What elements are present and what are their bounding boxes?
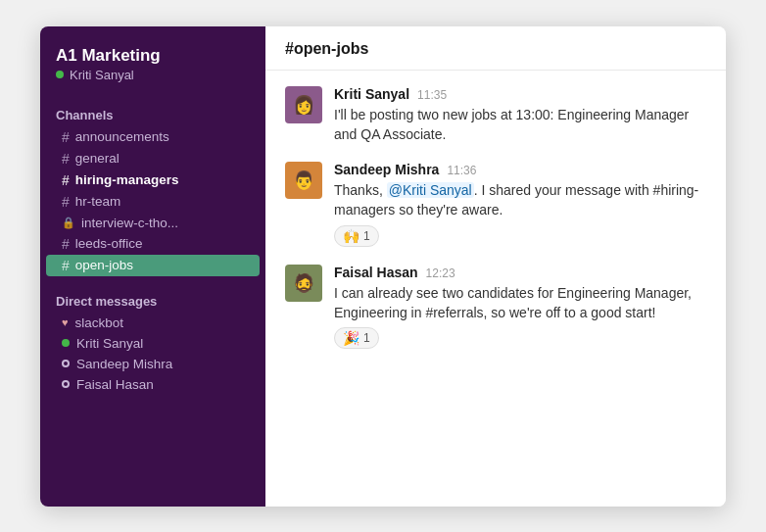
msg-text-msg1: I'll be posting two new jobs at 13:00: E… bbox=[334, 105, 706, 145]
heart-icon: ♥ bbox=[62, 316, 69, 328]
reaction-emoji: 🙌 bbox=[343, 228, 359, 244]
status-dot-green bbox=[56, 71, 64, 78]
msg-text-msg3: I can already see two candidates for Eng… bbox=[334, 283, 706, 323]
channel-title: #open-jobs bbox=[285, 40, 706, 58]
reaction-msg3[interactable]: 🎉1 bbox=[334, 327, 379, 349]
channel-label: general bbox=[75, 151, 120, 166]
main-panel: #open-jobs 👩Kriti Sanyal11:35I'll be pos… bbox=[265, 26, 726, 507]
messages-area: 👩Kriti Sanyal11:35I'll be posting two ne… bbox=[265, 71, 726, 507]
hash-icon: # bbox=[62, 151, 70, 167]
dm-label: Sandeep Mishra bbox=[76, 357, 172, 371]
msg-content-msg2: Sandeep Mishra11:36Thanks, @Kriti Sanyal… bbox=[334, 162, 706, 247]
sidebar: A1 Marketing Kriti Sanyal Channels #anno… bbox=[40, 26, 265, 507]
avatar-msg2: 👨 bbox=[285, 162, 322, 199]
message-msg3: 🧔Faisal Hasan12:23I can already see two … bbox=[285, 265, 706, 350]
mention[interactable]: @Kriti Sanyal bbox=[387, 182, 474, 198]
sidebar-dm-faisal-hasan[interactable]: Faisal Hasan bbox=[46, 374, 260, 395]
channel-label: leeds-office bbox=[75, 236, 143, 251]
workspace-name: A1 Marketing bbox=[40, 46, 265, 68]
workspace-status: Kriti Sanyal bbox=[40, 68, 265, 98]
reaction-msg2[interactable]: 🙌1 bbox=[334, 225, 379, 247]
hash-icon: # bbox=[62, 194, 70, 210]
dm-section: Direct messages ♥slackbotKriti SanyalSan… bbox=[40, 284, 265, 395]
channel-label: hr-team bbox=[75, 194, 121, 209]
msg-text-msg2: Thanks, @Kriti Sanyal. I shared your mes… bbox=[334, 180, 706, 220]
sidebar-channel-announcements[interactable]: #announcements bbox=[46, 126, 260, 148]
reaction-count: 1 bbox=[363, 229, 370, 243]
avatar-msg3: 🧔 bbox=[285, 265, 322, 302]
msg-author-msg3: Faisal Hasan bbox=[334, 265, 418, 280]
sidebar-channel-hr-team[interactable]: #hr-team bbox=[46, 191, 260, 213]
msg-author-msg2: Sandeep Mishra bbox=[334, 162, 439, 177]
lock-icon: 🔒 bbox=[62, 217, 75, 229]
main-header: #open-jobs bbox=[265, 26, 726, 71]
sidebar-channel-hiring-managers[interactable]: #hiring-managers bbox=[46, 169, 260, 191]
dm-label: Direct messages bbox=[40, 284, 265, 313]
msg-content-msg1: Kriti Sanyal11:35I'll be posting two new… bbox=[334, 86, 706, 145]
msg-content-msg3: Faisal Hasan12:23I can already see two c… bbox=[334, 265, 706, 350]
reaction-emoji: 🎉 bbox=[343, 330, 359, 346]
hash-icon: # bbox=[62, 258, 70, 273]
channel-label: hiring-managers bbox=[75, 172, 179, 187]
sidebar-channel-general[interactable]: #general bbox=[46, 148, 260, 169]
dm-label: Kriti Sanyal bbox=[76, 336, 143, 351]
sidebar-dm-slackbot[interactable]: ♥slackbot bbox=[46, 313, 260, 333]
offline-dot bbox=[62, 380, 70, 388]
offline-dot bbox=[62, 360, 70, 367]
channel-label: announcements bbox=[75, 129, 169, 144]
reaction-count: 1 bbox=[363, 331, 370, 345]
msg-header-msg1: Kriti Sanyal11:35 bbox=[334, 86, 706, 102]
channel-label: open-jobs bbox=[75, 258, 133, 272]
msg-time-msg2: 11:36 bbox=[447, 164, 476, 177]
dm-label: Faisal Hasan bbox=[76, 377, 154, 392]
workspace-user: Kriti Sanyal bbox=[70, 68, 134, 82]
message-msg2: 👨Sandeep Mishra11:36Thanks, @Kriti Sanya… bbox=[285, 162, 706, 247]
msg-time-msg3: 12:23 bbox=[426, 266, 455, 280]
online-dot bbox=[62, 339, 70, 347]
sidebar-channel-leeds-office[interactable]: #leeds-office bbox=[46, 233, 260, 255]
channel-label: interview-c-tho... bbox=[81, 216, 178, 230]
hash-icon: # bbox=[62, 129, 70, 145]
sidebar-channel-interview-c-tho[interactable]: 🔒interview-c-tho... bbox=[46, 213, 260, 233]
dm-label: slackbot bbox=[75, 315, 124, 330]
channels-list: #announcements#general#hiring-managers#h… bbox=[40, 126, 265, 276]
message-msg1: 👩Kriti Sanyal11:35I'll be posting two ne… bbox=[285, 86, 706, 145]
msg-header-msg2: Sandeep Mishra11:36 bbox=[334, 162, 706, 177]
avatar-msg1: 👩 bbox=[285, 86, 322, 123]
dm-list: ♥slackbotKriti SanyalSandeep MishraFaisa… bbox=[40, 313, 265, 395]
hash-icon: # bbox=[62, 172, 70, 188]
msg-time-msg1: 11:35 bbox=[417, 88, 447, 102]
sidebar-dm-sandeep-mishra[interactable]: Sandeep Mishra bbox=[46, 354, 260, 374]
msg-header-msg3: Faisal Hasan12:23 bbox=[334, 265, 706, 280]
app-window: A1 Marketing Kriti Sanyal Channels #anno… bbox=[40, 26, 726, 507]
channels-label: Channels bbox=[40, 98, 265, 126]
sidebar-channel-open-jobs[interactable]: #open-jobs bbox=[46, 255, 260, 276]
sidebar-dm-kriti-sanyal[interactable]: Kriti Sanyal bbox=[46, 333, 260, 354]
msg-author-msg1: Kriti Sanyal bbox=[334, 86, 409, 102]
hash-icon: # bbox=[62, 236, 70, 252]
